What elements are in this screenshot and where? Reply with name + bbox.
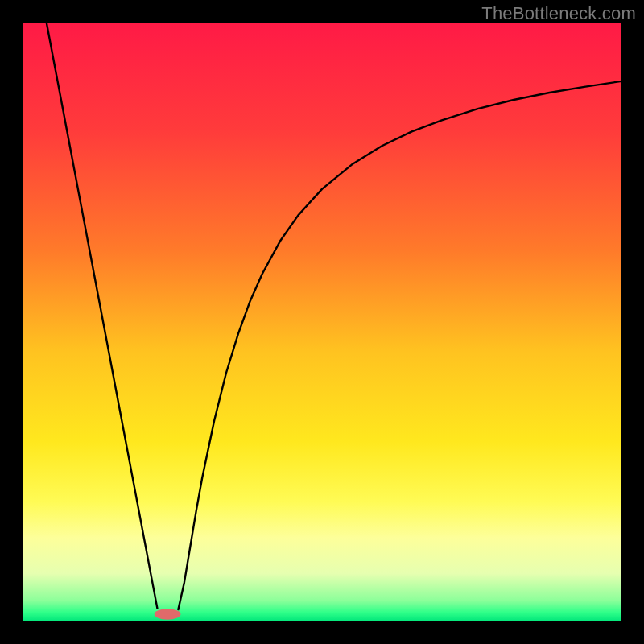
- watermark-text: TheBottleneck.com: [481, 3, 636, 24]
- chart-plot-area: [23, 23, 621, 621]
- gradient-background: [23, 23, 621, 621]
- chart-svg: [23, 23, 621, 621]
- bottom-marker: [155, 609, 181, 619]
- chart-frame: TheBottleneck.com: [0, 0, 644, 644]
- marker-group: [155, 609, 181, 619]
